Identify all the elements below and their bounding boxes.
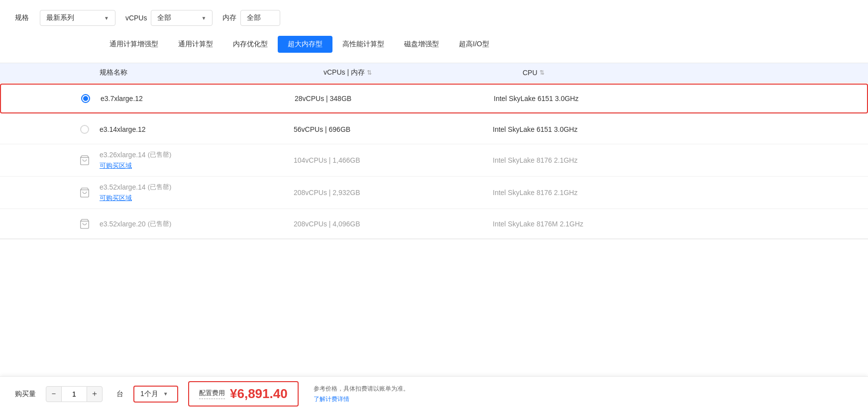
billing-detail-link[interactable]: 了解计费详情 [314,395,409,404]
quantity-control: － ＋ [46,386,103,402]
spec-name: e3.14xlarge.12 [100,125,146,133]
radio-cell [71,94,101,103]
spec-name-cell: e3.7xlarge.12 [101,89,295,108]
radio-cell [70,218,100,229]
vcpus-select[interactable]: 全部 ▼ [151,10,213,26]
sold-out-tag: (已售罄) [148,183,172,192]
vcpus-select-text: 全部 [157,13,171,22]
cpu-sort-icon: ⇅ [540,69,544,76]
header-spec-name: 规格名称 [100,68,324,77]
month-select-text: 1个月 [140,390,158,399]
memory-label: 内存 [222,13,236,22]
sold-out-tag: (已售罄) [148,150,172,159]
header-cpu[interactable]: CPU ⇅ [523,68,853,77]
vcpus-memory-cell: 208vCPUs | 4,096GB [294,220,493,228]
vcpus-label: vCPUs [125,14,147,22]
quantity-input[interactable] [62,386,87,402]
cpu-cell: Intel SkyLake 8176M 2.1GHz [493,220,853,228]
quantity-decrease-button[interactable]: － [46,386,62,402]
vcpus-memory-cell: 56vCPUs | 696GB [294,125,493,133]
memory-filter-group: 内存 全部 [222,10,280,26]
radio-button[interactable] [81,94,90,103]
filter-row: 规格 最新系列 ▼ vCPUs 全部 ▼ 内存 全部 [0,10,868,36]
vcpus-memory-cell: 208vCPUs | 2,932GB [294,189,493,197]
bottom-bar: 购买量 － ＋ 台 1个月 ▼ 配置费用 ¥6,891.40 参考价格，具体扣费… [0,376,868,411]
purchase-label: 购买量 [15,390,36,399]
memory-select[interactable]: 全部 [240,10,280,26]
spec-name: e3.52xlarge.20 [100,220,146,228]
unit-label: 台 [116,390,123,399]
buy-region-link[interactable]: 可购买区域 [100,161,294,170]
spec-name-cell: e3.14xlarge.12 [100,119,294,139]
page-wrapper: 规格 最新系列 ▼ vCPUs 全部 ▼ 内存 全部 通用计算增强型通用计算型内… [0,0,868,411]
table-row[interactable]: e3.26xlarge.14(已售罄)可购买区域104vCPUs | 1,466… [0,144,868,177]
spec-name-cell: e3.52xlarge.20(已售罄) [100,213,294,234]
vcpus-memory-cell: 104vCPUs | 1,466GB [294,156,493,164]
table-row[interactable]: e3.52xlarge.20(已售罄)208vCPUs | 4,096GBInt… [0,209,868,239]
header-vcpus-memory[interactable]: vCPUs | 内存 ⇅ [324,68,523,77]
table-header: 规格名称 vCPUs | 内存 ⇅ CPU ⇅ [0,63,868,83]
spec-table-rows: e3.7xlarge.1228vCPUs | 348GBIntel SkyLak… [0,84,868,239]
price-value: ¥6,891.40 [230,386,288,402]
price-note-text: 参考价格，具体扣费请以账单为准。 [314,385,409,393]
price-section: 配置费用 ¥6,891.40 [188,381,299,407]
table-row[interactable]: e3.14xlarge.1256vCPUs | 696GBIntel SkyLa… [0,114,868,144]
category-tab-general[interactable]: 通用计算型 [168,36,223,53]
radio-cell [70,187,100,198]
vcpus-filter-group: vCPUs 全部 ▼ [125,10,213,26]
category-tab-ultra-high-io[interactable]: 超高I/O型 [449,36,499,53]
vcpus-dropdown-arrow: ▼ [201,15,206,21]
cpu-cell: Intel SkyLake 6151 3.0GHz [493,125,853,133]
category-tab-memory-optimized[interactable]: 内存优化型 [223,36,278,53]
sold-out-tag: (已售罄) [148,219,172,228]
vcpus-memory-cell: 28vCPUs | 348GB [295,95,494,103]
category-tab-disk-enhanced[interactable]: 磁盘增强型 [394,36,449,53]
series-dropdown-arrow: ▼ [104,15,109,21]
category-tab-high-performance[interactable]: 高性能计算型 [332,36,394,53]
spec-name-cell: e3.26xlarge.14(已售罄)可购买区域 [100,144,294,176]
memory-select-text: 全部 [247,13,261,22]
spec-name-cell: e3.52xlarge.14(已售罄)可购买区域 [100,177,294,208]
cart-icon [79,155,90,166]
quantity-increase-button[interactable]: ＋ [87,386,103,402]
price-note: 参考价格，具体扣费请以账单为准。 了解计费详情 [314,385,409,404]
buy-region-link[interactable]: 可购买区域 [100,194,294,203]
series-select-text: 最新系列 [46,13,74,22]
cart-icon [79,187,90,198]
month-dropdown-arrow: ▼ [163,391,168,397]
series-select[interactable]: 最新系列 ▼ [40,10,115,26]
category-tabs: 通用计算增强型通用计算型内存优化型超大内存型高性能计算型磁盘增强型超高I/O型 [0,36,868,63]
table-row[interactable]: e3.7xlarge.1228vCPUs | 348GBIntel SkyLak… [0,84,868,113]
month-select[interactable]: 1个月 ▼ [133,386,178,403]
cart-icon [79,218,90,229]
category-tab-general-enhanced[interactable]: 通用计算增强型 [100,36,168,53]
spec-name: e3.7xlarge.12 [101,95,143,103]
radio-button[interactable] [80,125,89,134]
spec-label: 规格 [15,13,30,22]
radio-cell [70,125,100,134]
cpu-cell: Intel SkyLake 6151 3.0GHz [494,95,852,103]
category-tab-super-large-memory[interactable]: 超大内存型 [278,36,332,53]
cpu-cell: Intel SkyLake 8176 2.1GHz [493,189,853,197]
vcpus-sort-icon: ⇅ [367,69,372,76]
spec-name: e3.52xlarge.14 [100,183,146,191]
table-row[interactable]: e3.52xlarge.14(已售罄)可购买区域208vCPUs | 2,932… [0,177,868,209]
config-fee-label: 配置费用 [199,389,225,399]
spec-name: e3.26xlarge.14 [100,151,146,159]
radio-cell [70,155,100,166]
cpu-cell: Intel SkyLake 8176 2.1GHz [493,156,853,164]
